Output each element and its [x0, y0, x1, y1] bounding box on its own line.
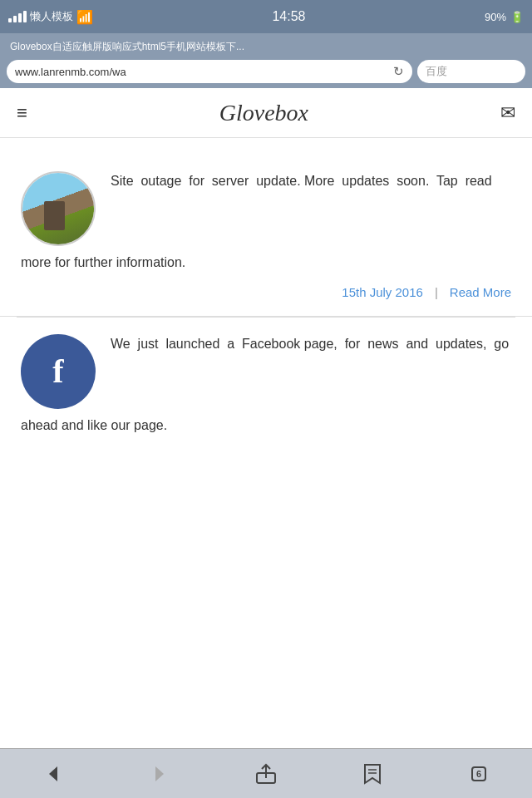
nav-bar: ≡ Glovebox ✉: [0, 88, 532, 138]
mail-icon[interactable]: ✉: [500, 102, 515, 124]
avatar-landscape-image: [22, 173, 94, 244]
url-bar[interactable]: www.lanrenmb.com/wa ↻: [7, 60, 412, 83]
post-meta-1: 15th July 2016 | Read More: [21, 285, 511, 299]
post-avatar-1: [21, 171, 96, 246]
post-text-part1-1: Site outage for server update. More upda…: [111, 174, 492, 188]
status-right: 90% 🔋: [485, 11, 524, 23]
post-date-1: 15th July 2016: [342, 285, 423, 299]
signal-bars: [8, 11, 27, 22]
browser-title: Glovebox自适应触屏版响应式html5手机网站模板下...: [7, 38, 525, 56]
browser-inputs: www.lanrenmb.com/wa ↻ 百度: [7, 60, 525, 83]
post-body-1: more for further information.: [21, 253, 511, 273]
carrier-label: 懒人模板: [30, 9, 73, 24]
bottom-spacer: [0, 470, 532, 528]
search-placeholder: 百度: [426, 64, 447, 79]
post-text-part1-2: We just launched a Facebook page, for ne…: [111, 337, 509, 351]
bar3: [18, 13, 22, 22]
bar1: [8, 18, 12, 22]
browser-bar: Glovebox自适应触屏版响应式html5手机网站模板下... www.lan…: [0, 33, 532, 88]
meta-divider-1: |: [435, 285, 438, 299]
status-bar: 懒人模板 📶 14:58 90% 🔋: [0, 0, 532, 33]
search-bar[interactable]: 百度: [417, 60, 525, 83]
post-body-2: ahead and like our page.: [21, 416, 511, 436]
battery-icon: 🔋: [510, 11, 524, 23]
post-text-2: We just launched a Facebook page, for ne…: [111, 334, 511, 355]
post-card-2: f We just launched a Facebook page, for …: [0, 318, 532, 453]
content-area: Site outage for server update. More upda…: [0, 138, 532, 470]
battery-percent: 90%: [485, 11, 506, 23]
read-more-button-1[interactable]: Read More: [450, 285, 511, 299]
site-title: Glovebox: [219, 100, 308, 126]
post-inner-2: f We just launched a Facebook page, for …: [21, 334, 511, 409]
status-left: 懒人模板 📶: [8, 9, 93, 25]
post-inner-1: Site outage for server update. More upda…: [21, 171, 511, 246]
post-text-1: Site outage for server update. More upda…: [111, 171, 511, 192]
wifi-icon: 📶: [76, 9, 93, 25]
bar2: [13, 16, 17, 22]
post-card-1: Site outage for server update. More upda…: [0, 155, 532, 317]
url-text: www.lanrenmb.com/wa: [15, 66, 388, 78]
bar4: [23, 11, 27, 22]
post-avatar-facebook: f: [21, 334, 96, 409]
hamburger-menu[interactable]: ≡: [17, 102, 27, 124]
status-time: 14:58: [272, 9, 305, 24]
refresh-button[interactable]: ↻: [393, 64, 404, 79]
